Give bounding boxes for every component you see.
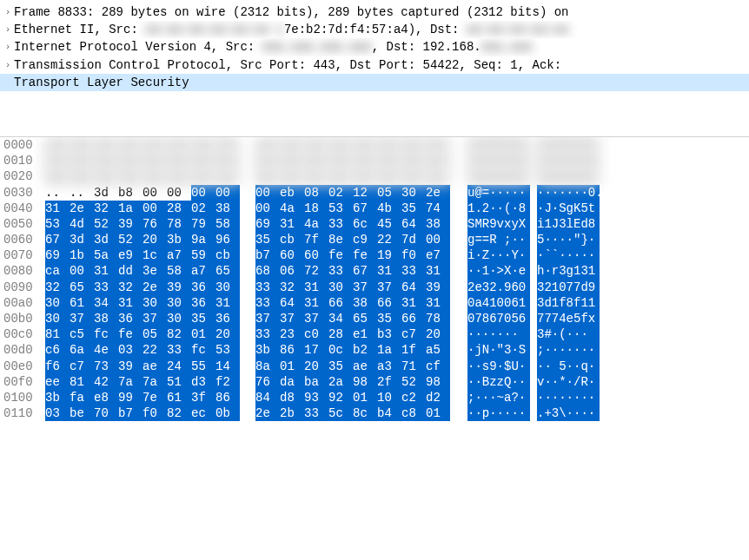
redacted-text: xxx.xxx bbox=[481, 39, 533, 55]
hex-row[interactable]: 0000................................····… bbox=[0, 137, 749, 153]
hex-row[interactable]: 0070691b5ae91ca759cbb76060fefe19f0e7i·Z·… bbox=[0, 247, 749, 263]
hex-byte: b2 bbox=[353, 342, 377, 358]
hex-byte: 7e bbox=[143, 390, 167, 405]
hex-byte: 12 bbox=[353, 185, 377, 201]
hex-byte: .. bbox=[401, 153, 426, 168]
hex-bytes: ee81427a7a51d3f276daba2a982f5298 bbox=[45, 374, 466, 390]
hex-row[interactable]: 00c081c5fcfe058201203323c028e1b3c720····… bbox=[0, 326, 749, 342]
hex-row[interactable]: 0090326533322e39363033323130373764392e32… bbox=[0, 280, 749, 295]
hex-byte: 33 bbox=[167, 342, 191, 358]
hex-ascii: 078670567774e5fx bbox=[467, 311, 600, 326]
hex-byte: 10 bbox=[377, 390, 401, 405]
hex-byte: .. bbox=[143, 168, 167, 184]
hex-ascii: ··BzzQ··v··*·/R· bbox=[467, 374, 600, 390]
hex-byte: 4a bbox=[304, 216, 328, 232]
hex-row[interactable]: 00a0306134313030363133643166386631310a41… bbox=[0, 295, 749, 311]
hex-row[interactable]: 00e0f6c77339ae2455148a012035aea371cf··s9… bbox=[0, 359, 749, 374]
hex-byte: .. bbox=[167, 153, 191, 168]
hex-byte: 31 bbox=[426, 295, 450, 311]
hex-byte: .. bbox=[377, 153, 401, 168]
hex-row[interactable]: 0050534d52397678795869314a336c456438SMR9… bbox=[0, 216, 749, 232]
hex-byte: 39 bbox=[118, 216, 143, 232]
hex-byte: 14 bbox=[215, 359, 240, 374]
hex-byte: da bbox=[280, 374, 304, 390]
hex-byte: .. bbox=[45, 153, 70, 168]
hex-offset: 0010 bbox=[3, 153, 45, 168]
hex-byte: 82 bbox=[167, 405, 191, 421]
expand-arrow-icon[interactable]: › bbox=[2, 41, 14, 53]
expand-arrow-icon[interactable]: › bbox=[2, 59, 14, 71]
hex-row[interactable]: 0060673d3d52203b9a9635cb7f8ec9227d00g==R… bbox=[0, 232, 749, 247]
hex-byte: .. bbox=[377, 137, 401, 153]
hex-byte: 38 bbox=[426, 216, 450, 232]
hex-offset: 00b0 bbox=[3, 311, 45, 326]
hex-row[interactable]: 0020................................····… bbox=[0, 168, 749, 184]
hex-byte: ee bbox=[45, 374, 70, 390]
hex-byte: a5 bbox=[426, 342, 450, 358]
hex-ascii: 1.2··(·8·J·SgK5t bbox=[467, 201, 600, 216]
hex-byte: .. bbox=[45, 168, 70, 184]
hex-byte: 30 bbox=[45, 311, 70, 326]
hex-byte: 34 bbox=[328, 311, 353, 326]
hex-byte: 45 bbox=[377, 216, 401, 232]
hex-row[interactable]: 0030....3db80000000000eb08021205302eu@=·… bbox=[0, 185, 749, 201]
hex-bytes: ................................ bbox=[45, 153, 466, 168]
hex-byte: 31 bbox=[215, 295, 240, 311]
hex-byte: 31 bbox=[304, 295, 328, 311]
hex-byte: .. bbox=[215, 137, 240, 153]
expand-arrow-icon[interactable]: › bbox=[2, 23, 14, 36]
hex-byte: .. bbox=[255, 168, 280, 184]
hex-byte: .. bbox=[328, 168, 353, 184]
hex-row[interactable]: 00f0ee81427a7a51d3f276daba2a982f5298··Bz… bbox=[0, 374, 749, 390]
hex-byte: 38 bbox=[353, 295, 377, 311]
hex-byte: .. bbox=[70, 185, 94, 201]
hex-byte: 3b bbox=[167, 232, 191, 247]
tree-row[interactable]: ›Transmission Control Protocol, Src Port… bbox=[0, 56, 749, 74]
hex-byte: 32 bbox=[45, 280, 70, 295]
packet-tree-panel[interactable]: ›Frame 8833: 289 bytes on wire (2312 bit… bbox=[0, 0, 749, 95]
hex-bytes: ....3db80000000000eb08021205302e bbox=[45, 185, 466, 201]
hex-byte: 33 bbox=[94, 280, 118, 295]
hex-byte: 52 bbox=[401, 374, 426, 390]
hex-offset: 0000 bbox=[3, 137, 45, 153]
hex-byte: .. bbox=[191, 153, 215, 168]
hex-byte: 35 bbox=[328, 359, 353, 374]
hex-bytes: 81c5fcfe058201203323c028e1b3c720 bbox=[45, 326, 466, 342]
hex-row[interactable]: 0010................................····… bbox=[0, 153, 749, 168]
hex-byte: .. bbox=[304, 168, 328, 184]
hex-row[interactable]: 00d0c66a4e032233fc533b86170cb21a1fa5·jN·… bbox=[0, 342, 749, 358]
hex-byte: .. bbox=[118, 168, 143, 184]
hex-byte: 31 bbox=[118, 295, 143, 311]
hex-byte: 33 bbox=[328, 263, 353, 279]
hex-byte: .. bbox=[280, 168, 304, 184]
hex-byte: 01 bbox=[191, 326, 215, 342]
tree-row[interactable]: ›Internet Protocol Version 4, Src: xxx.x… bbox=[0, 38, 749, 56]
hex-byte: a7 bbox=[167, 247, 191, 263]
tree-row[interactable]: ›Transport Layer Security bbox=[0, 74, 749, 91]
hex-dump-panel[interactable]: 0000................................····… bbox=[0, 136, 749, 421]
hex-byte: 2e bbox=[426, 185, 450, 201]
hex-byte: eb bbox=[280, 185, 304, 201]
hex-offset: 00d0 bbox=[3, 342, 45, 358]
hex-byte: 00 bbox=[143, 185, 167, 201]
hex-row[interactable]: 00b0303738363730353637373734653566780786… bbox=[0, 311, 749, 326]
hex-row[interactable]: 01003bfae8997e613f8684d893920110c2d2;···… bbox=[0, 390, 749, 405]
expand-arrow-icon[interactable]: › bbox=[2, 6, 14, 18]
hex-byte: 33 bbox=[304, 405, 328, 421]
tree-row[interactable]: ›Frame 8833: 289 bytes on wire (2312 bit… bbox=[0, 3, 749, 21]
tree-row[interactable]: ›Ethernet II, Src: xx:xx:xx:xx:xx:xx (7e… bbox=[0, 21, 749, 38]
expand-arrow-icon: › bbox=[2, 76, 14, 89]
hex-byte: 39 bbox=[118, 359, 143, 374]
hex-row[interactable]: 0080ca0031dd3e58a7656806723367313331··1·… bbox=[0, 263, 749, 279]
hex-byte: .. bbox=[94, 153, 118, 168]
hex-byte: 1a bbox=[377, 342, 401, 358]
hex-byte: e7 bbox=[426, 247, 450, 263]
hex-byte: .. bbox=[45, 185, 70, 201]
hex-byte: dd bbox=[118, 263, 143, 279]
hex-row[interactable]: 011003be70b7f082ec0b2e2b335c8cb4c801··p·… bbox=[0, 405, 749, 421]
hex-offset: 0040 bbox=[3, 201, 45, 216]
hex-byte: ae bbox=[143, 359, 167, 374]
hex-ascii: ·jN·"3·S;······· bbox=[467, 342, 600, 358]
hex-byte: 76 bbox=[255, 374, 280, 390]
hex-row[interactable]: 0040312e321a00280238004a1853674b35741.2·… bbox=[0, 201, 749, 216]
